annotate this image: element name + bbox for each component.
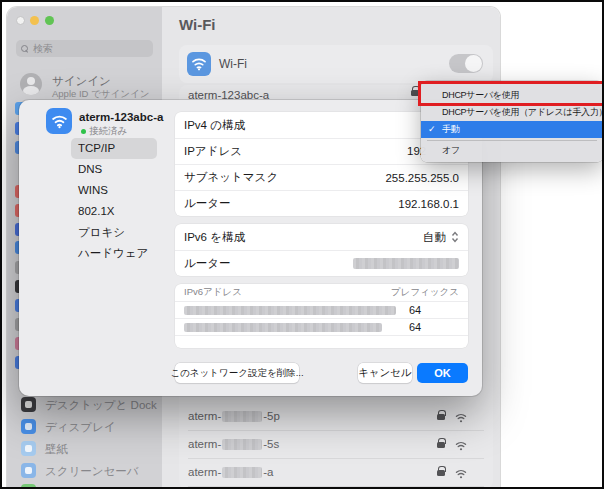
ipv6-address-table: IPv6アドレス プレフィックス 64 64 (175, 284, 468, 348)
tab-wins[interactable]: WINS (71, 180, 157, 201)
delete-network-button[interactable]: このネットワーク設定を削除... (175, 363, 299, 383)
menu-item-off[interactable]: オフ (421, 142, 603, 159)
checkmark-icon: ✓ (428, 121, 435, 138)
search-icon (21, 45, 29, 53)
redacted-ipv6-router (353, 258, 459, 269)
screenshot-frame: 検索 サインイン Apple ID でサインイン デスクトップと Dock ディ… (0, 0, 604, 489)
menu-item-manual[interactable]: ✓手動 (421, 121, 603, 138)
menu-separator (427, 140, 597, 141)
menu-item-dhcp-manual-address[interactable]: DHCPサーバを使用（アドレスは手入力） (421, 104, 603, 121)
redacted-ssid (222, 439, 262, 450)
table-row: 64 (175, 302, 468, 319)
redacted-ssid (222, 411, 262, 422)
tab-hardware[interactable]: ハードウェア (71, 243, 157, 264)
tab-proxy[interactable]: プロキシ (71, 222, 157, 243)
tab-dns[interactable]: DNS (71, 159, 157, 180)
network-row[interactable]: aterm--5s (179, 431, 493, 459)
network-row[interactable]: aterm--a (179, 459, 493, 487)
redacted-ipv6-address (184, 306, 396, 315)
subnet-row: サブネットマスク 255.255.255.0 (175, 164, 468, 190)
router-row: ルーター 192.168.0.1 (175, 190, 468, 216)
subnet-value: 255.255.255.0 (385, 172, 459, 184)
ipv6-card: IPv6 を構成 自動 ルーター (175, 224, 468, 276)
signin-title: サインイン (52, 74, 111, 89)
lock-icon (437, 442, 445, 448)
network-row[interactable]: aterm--5p (179, 403, 493, 431)
tab-8021x[interactable]: 802.1X (71, 201, 157, 222)
wifi-toggle[interactable] (449, 54, 483, 73)
zoom-button[interactable] (45, 16, 54, 25)
wifi-toggle-card: Wi-Fi (179, 45, 493, 83)
wifi-signal-icon (455, 465, 467, 483)
page-title: Wi-Fi (179, 16, 216, 33)
redacted-ssid (222, 467, 262, 478)
redacted-ipv6-address (184, 323, 382, 332)
search-placeholder: 検索 (33, 42, 53, 56)
battery-icon (21, 484, 36, 489)
cancel-button[interactable]: キャンセル (358, 363, 412, 383)
sidebar-item-signin[interactable]: サインイン Apple ID でサインイン (16, 71, 156, 103)
sheet-nav: TCP/IP DNS WINS 802.1X プロキシ ハードウェア (71, 138, 157, 264)
wifi-app-icon (187, 52, 211, 76)
network-details-sheet: aterm-123abc-a 接続済み TCP/IP DNS WINS 802.… (19, 100, 482, 396)
status-dot (81, 129, 86, 134)
ipv6-router-row: ルーター (175, 250, 468, 276)
close-button[interactable] (16, 16, 25, 25)
tab-tcpip[interactable]: TCP/IP (71, 138, 157, 159)
avatar-icon (20, 73, 42, 95)
sidebar-item-wallpaper[interactable]: 壁紙 (16, 440, 161, 458)
screensaver-icon (21, 463, 36, 478)
lock-icon (437, 414, 445, 420)
wifi-app-icon (46, 108, 72, 134)
wifi-signal-icon (455, 437, 467, 455)
ipv6-config-row: IPv6 を構成 自動 (175, 224, 468, 250)
table-header: IPv6アドレス プレフィックス (175, 284, 468, 302)
sidebar-item-screensaver[interactable]: スクリーンセーバ (16, 462, 161, 480)
table-row: 64 (175, 319, 468, 336)
wallpaper-icon (21, 441, 36, 456)
sidebar-item-desktop-dock[interactable]: デスクトップと Dock (16, 396, 161, 414)
sheet-ssid: aterm-123abc-a (79, 111, 163, 123)
minimize-button[interactable] (30, 16, 39, 25)
display-icon (21, 419, 36, 434)
sheet-status: 接続済み (89, 125, 127, 138)
ipv6-config-select[interactable]: 自動 (423, 230, 459, 245)
ok-button[interactable]: OK (417, 363, 468, 383)
sidebar-item-display[interactable]: ディスプレイ (16, 418, 161, 436)
stepper-icon (451, 231, 459, 243)
annotation-red-box (418, 81, 604, 106)
sidebar-item-battery[interactable]: バッテリー (16, 483, 161, 489)
wifi-signal-icon (455, 409, 467, 427)
wifi-label: Wi-Fi (219, 57, 247, 71)
router-value: 192.168.0.1 (398, 198, 459, 210)
desktop-dock-icon (21, 397, 36, 412)
search-input[interactable]: 検索 (16, 40, 153, 57)
lock-icon (437, 470, 445, 476)
